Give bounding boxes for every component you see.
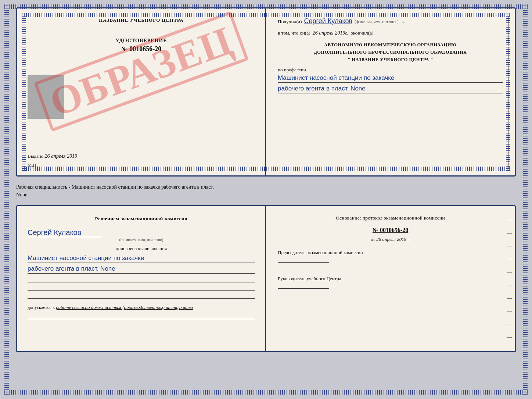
ot-label: от <box>371 236 375 242</box>
cert2-right-page: Основание: протокол экзаменационной коми… <box>266 206 515 351</box>
dash-1: – <box>402 19 405 25</box>
cert-left-page: НАЗВАНИЕ УЧЕБНОГО ЦЕНТРА ОБРАЗЕЦ УДОСТОВ… <box>17 8 266 175</box>
cert-left-bottom: Выдано 26 апреля 2019 М.П. <box>28 153 255 168</box>
osnov-title: Основание: протокол экзаменационной коми… <box>278 215 503 221</box>
org-line2: ДОПОЛНИТЕЛЬНОГО ПРОФЕССИОНАЛЬНОГО ОБРАЗО… <box>278 49 503 56</box>
middle-text-main: Рабочая специальность - Машинист насосно… <box>16 184 214 190</box>
okonchil-label: окончил(а) <box>351 30 373 36</box>
vtom-label: в том, что он(а) <box>278 30 310 36</box>
qual-line1: Машинист насосной станции по закачке <box>28 254 255 263</box>
right-margin-lines <box>505 16 512 168</box>
allowed-block: допускается к работе согласно должностны… <box>28 304 255 310</box>
bottom-lines-2 <box>28 314 255 319</box>
date-value-top: 26 апреля 2019г. <box>313 30 348 36</box>
school-name-top: НАЗВАНИЕ УЧЕБНОГО ЦЕНТРА <box>28 17 255 23</box>
name-block-bottom: Сергей Кулаков (фамилия, имя, отчество) <box>28 228 255 242</box>
dopuskaetsya-label: допускается к <box>28 305 55 310</box>
predsedatel-block: Председатель экзаменационной комиссии <box>278 248 503 266</box>
rukovoditel-block: Руководитель учебного Центра <box>278 274 503 292</box>
dopusk-text: работе согласно должностным (производств… <box>56 304 193 310</box>
udostoverenie-title: УДОСТОВЕРЕНИЕ <box>28 38 255 44</box>
name-handwritten-bottom: Сергей Кулаков <box>28 228 101 237</box>
predsedatel-label: Председатель экзаменационной комиссии <box>278 248 503 257</box>
qual-line2: рабочего агента в пласт, None <box>28 265 255 274</box>
org-line3: " НАЗВАНИЕ УЧЕБНОГО ЦЕНТРА " <box>278 56 503 63</box>
cert2-left-page: Решением экзаменационной комиссии Сергей… <box>17 206 266 351</box>
vydano-line: Выдано 26 апреля 2019 <box>28 153 255 159</box>
prisvoena-label: присвоена квалификация <box>28 246 255 252</box>
middle-text-none: None <box>16 192 27 197</box>
certificate-book-top: НАЗВАНИЕ УЧЕБНОГО ЦЕНТРА ОБРАЗЕЦ УДОСТОВ… <box>16 7 516 177</box>
org-block: АВТОНОМНУЮ НЕКОММЕРЧЕСКУЮ ОРГАНИЗАЦИЮ ДО… <box>278 41 503 63</box>
mp-text: М.П. <box>28 162 255 168</box>
recipient-line: Получил(а) Сергей Кулаков (фамилия, имя,… <box>278 17 503 25</box>
date-line-bottom: от 26 апреля 2019 – <box>278 236 503 242</box>
name-sublabel-bottom: (фамилия, имя, отчество) <box>28 238 255 242</box>
vydano-date: 26 апреля 2019 <box>45 153 77 159</box>
rukovoditel-sig-line <box>278 288 329 289</box>
middle-text-block: Рабочая специальность - Машинист насосно… <box>16 181 516 201</box>
vydano-label: Выдано <box>28 153 43 159</box>
date-line-top: в том, что он(а) 26 апреля 2019г. окончи… <box>278 30 503 36</box>
book2-right-margin <box>507 214 512 344</box>
recipient-name: Сергей Кулаков <box>304 17 353 25</box>
resheniem-title: Решением экзаменационной комиссии <box>28 215 255 222</box>
date-value-bottom: 26 апреля 2019 <box>376 236 406 242</box>
recipient-sublabel: (фамилия, имя, отчество) <box>355 20 399 24</box>
udostoverenie-block: УДОСТОВЕРЕНИЕ № 0010656-20 <box>28 38 255 53</box>
poluchil-label: Получил(а) <box>278 19 302 25</box>
udostoverenie-number: № 0010656-20 <box>28 45 255 53</box>
cert-right-page: Получил(а) Сергей Кулаков (фамилия, имя,… <box>266 8 515 175</box>
profession-line2: рабочего агента в пласт, None <box>278 85 503 93</box>
certificate-book-bottom: Решением экзаменационной комиссии Сергей… <box>16 205 516 352</box>
profession-line1: Машинист насосной станции по закачке <box>278 74 503 83</box>
obrazec-text: ОБРАЗЕЦ <box>34 11 249 132</box>
bottom-lines <box>28 277 255 299</box>
protocol-number: № 0010656-20 <box>278 227 503 234</box>
po-professii: по профессии <box>278 67 503 73</box>
rukovoditel-label: Руководитель учебного Центра <box>278 274 503 283</box>
date-dash: – <box>408 236 410 242</box>
predsedatel-sig-line <box>278 262 329 263</box>
photo-placeholder <box>28 75 64 119</box>
org-line1: АВТОНОМНУЮ НЕКОММЕРЧЕСКУЮ ОРГАНИЗАЦИЮ <box>278 41 503 49</box>
obrazec-stamp: ОБРАЗЕЦ <box>32 45 251 97</box>
